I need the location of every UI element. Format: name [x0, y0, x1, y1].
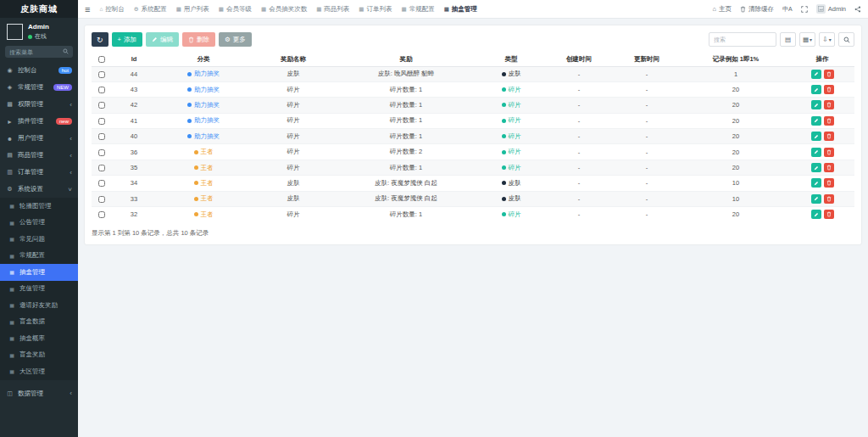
- row-edit-button[interactable]: [811, 210, 821, 219]
- row-checkbox[interactable]: [98, 118, 105, 125]
- category-label: 助力抽奖: [194, 116, 220, 124]
- sidebar-item[interactable]: ▩ 权限管理 ‹: [0, 96, 78, 113]
- clear-cache-link[interactable]: 清除缓存: [740, 5, 774, 14]
- select-all-checkbox[interactable]: [98, 56, 105, 63]
- card-view-button[interactable]: ▤: [780, 32, 796, 47]
- row-checkbox[interactable]: [98, 196, 105, 203]
- sidebar-item[interactable]: ◈ 常规管理 NEW: [0, 79, 78, 96]
- search-button[interactable]: [838, 32, 854, 47]
- row-edit-button[interactable]: [811, 100, 821, 109]
- row-delete-button[interactable]: [824, 100, 834, 109]
- nav-tab[interactable]: ⌂ 控制台: [99, 5, 124, 14]
- hamburger-icon[interactable]: ≡: [85, 4, 90, 14]
- type-dot-icon: [502, 212, 506, 216]
- row-delete-button[interactable]: [824, 194, 834, 204]
- row-checkbox[interactable]: [98, 102, 105, 109]
- cell-updated: -: [612, 98, 682, 113]
- cell-id: 44: [112, 66, 156, 81]
- row-delete-button[interactable]: [824, 116, 834, 126]
- row-delete-button[interactable]: [824, 132, 834, 141]
- row-delete-button[interactable]: [824, 148, 834, 157]
- cell-reward-name: 碎片: [251, 207, 336, 222]
- table-row: 36 王者 碎片 碎片数量: 2 碎片 - - 20: [92, 144, 854, 160]
- cell-type: 碎片: [476, 160, 546, 175]
- home-link[interactable]: ⌂主页: [713, 5, 732, 14]
- row-checkbox[interactable]: [98, 87, 105, 93]
- sidebar-item[interactable]: ◉ 控制台 hot: [0, 62, 78, 79]
- sidebar-item[interactable]: ▥ 订单管理 ‹: [0, 164, 78, 181]
- delete-button[interactable]: 删除: [182, 32, 215, 47]
- sidebar-subitem[interactable]: ▦ 盲盒数据: [0, 314, 78, 331]
- type-label: 碎片: [509, 86, 521, 93]
- row-checkbox[interactable]: [98, 71, 105, 78]
- cell-reward: 碎片数量: 1: [336, 113, 476, 128]
- sidebar-search-input[interactable]: [9, 49, 63, 55]
- fullscreen-button[interactable]: [801, 6, 808, 13]
- row-checkbox[interactable]: [98, 133, 105, 140]
- nav-tab[interactable]: ▦ 会员等级: [219, 5, 252, 14]
- row-delete-button[interactable]: [824, 70, 834, 79]
- row-delete-button[interactable]: [824, 163, 834, 172]
- sidebar-item[interactable]: ⚙ 系统设置 ˅: [0, 181, 78, 198]
- row-edit-button[interactable]: [811, 163, 821, 172]
- row-delete-button[interactable]: [824, 178, 834, 188]
- sidebar-subitem[interactable]: ▦ 常规配置: [0, 248, 78, 265]
- search-icon[interactable]: [63, 48, 69, 56]
- nav-tab[interactable]: ▦ 订单列表: [359, 5, 392, 14]
- table-search-input[interactable]: [709, 32, 776, 47]
- sidebar-item[interactable]: ◫ 数据管理 ‹: [0, 385, 78, 402]
- nav-tab[interactable]: ▦ 用户列表: [176, 5, 209, 14]
- sidebar-item[interactable]: ► 插件管理 new: [0, 113, 78, 130]
- sidebar-subitem[interactable]: ▦ 公告管理: [0, 215, 78, 232]
- sidebar-item[interactable]: ☻ 用户管理 ‹: [0, 130, 78, 147]
- row-checkbox[interactable]: [98, 180, 105, 187]
- row-edit-button[interactable]: [811, 85, 821, 94]
- tab-label: 抽盒管理: [452, 5, 477, 14]
- row-checkbox[interactable]: [98, 149, 105, 156]
- row-edit-button[interactable]: [811, 194, 821, 204]
- cell-updated: -: [612, 66, 682, 81]
- sidebar-subitem[interactable]: ▦ 大区管理: [0, 363, 78, 380]
- sidebar-subitem[interactable]: ▦ 常见问题: [0, 231, 78, 248]
- row-edit-button[interactable]: [811, 132, 821, 141]
- cell-id: 41: [112, 113, 156, 128]
- more-button[interactable]: ⚙更多: [219, 32, 252, 47]
- row-edit-button[interactable]: [811, 116, 821, 126]
- translate-button[interactable]: 中A: [782, 5, 793, 14]
- tab-icon: ▦: [261, 6, 266, 13]
- row-checkbox[interactable]: [98, 211, 105, 218]
- add-button[interactable]: +添加: [112, 32, 142, 47]
- type-dot-icon: [502, 134, 506, 138]
- nav-tab[interactable]: ▦ 抽盒管理: [444, 5, 477, 14]
- row-delete-button[interactable]: [824, 85, 834, 94]
- nav-tab[interactable]: ⚙ 系统配置: [134, 5, 167, 14]
- row-edit-button[interactable]: [811, 178, 821, 188]
- nav-tab[interactable]: ▦ 常规配置: [401, 5, 434, 14]
- columns-button[interactable]: ▦▾: [799, 32, 815, 47]
- share-settings-button[interactable]: [854, 6, 861, 13]
- sidebar-subitem[interactable]: ▦ 抽盒概率: [0, 330, 78, 347]
- export-button[interactable]: ⇩▾: [819, 32, 835, 47]
- sidebar-item-icon: ◉: [6, 67, 14, 74]
- sidebar-subitem[interactable]: ▦ 盲盒奖励: [0, 347, 78, 364]
- sidebar-subitem[interactable]: ▦ 轮播图管理: [0, 198, 78, 215]
- refresh-button[interactable]: ↻: [92, 32, 108, 47]
- user-menu[interactable]: Admin: [816, 4, 846, 14]
- edit-button[interactable]: 编辑: [146, 32, 179, 47]
- table-card: ↻ +添加 编辑 删除 ⚙更多 ▤ ▦▾ ⇩▾ Id 分类: [85, 25, 861, 244]
- sidebar-subitem[interactable]: ▦ 抽盒管理: [0, 264, 78, 281]
- sidebar-subitem[interactable]: ▦ 邀请好友奖励: [0, 297, 78, 314]
- nav-tab[interactable]: ▦ 商品列表: [316, 5, 349, 14]
- sidebar-item[interactable]: ▤ 商品管理 ‹: [0, 147, 78, 164]
- row-checkbox[interactable]: [98, 165, 105, 171]
- tab-icon: ▦: [444, 6, 449, 13]
- cell-created: -: [546, 176, 612, 191]
- row-edit-button[interactable]: [811, 148, 821, 157]
- row-delete-button[interactable]: [824, 210, 834, 219]
- sidebar-subitem[interactable]: ▦ 充值管理: [0, 281, 78, 298]
- tab-label: 会员等级: [226, 5, 252, 14]
- cell-id: 43: [112, 81, 156, 97]
- row-edit-button[interactable]: [811, 70, 821, 79]
- category-dot-icon: [187, 134, 192, 138]
- nav-tab[interactable]: ▦ 会员抽奖次数: [261, 5, 307, 14]
